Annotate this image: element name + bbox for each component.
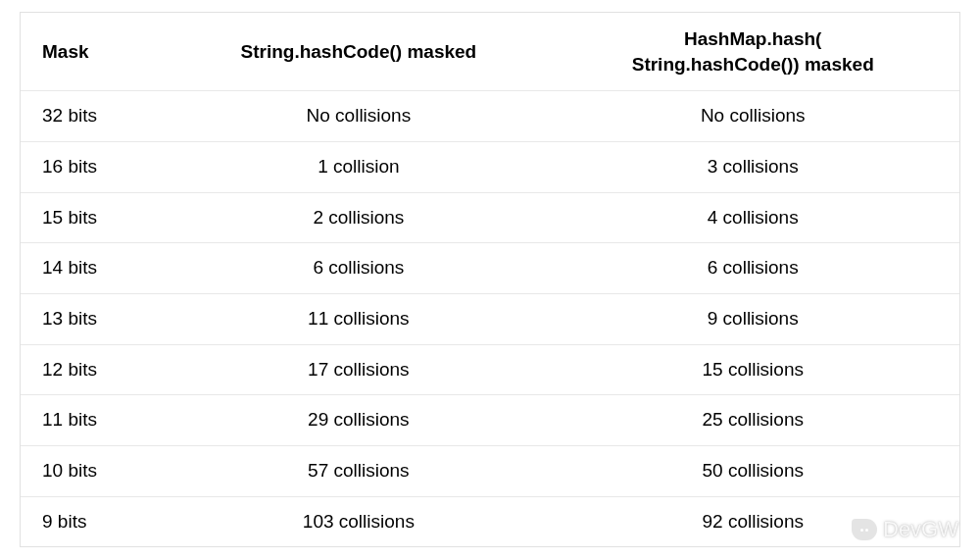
table-body: 32 bitsNo collisionsNo collisions16 bits… xyxy=(21,91,959,547)
collision-table: Mask String.hashCode() masked HashMap.ha… xyxy=(21,13,959,546)
cell-hashmap-hash: 15 collisions xyxy=(546,344,959,395)
table-row: 10 bits57 collisions50 collisions xyxy=(21,446,959,497)
cell-string-hashcode: 29 collisions xyxy=(171,395,546,446)
cell-string-hashcode: 1 collision xyxy=(171,141,546,192)
cell-mask: 14 bits xyxy=(21,243,171,294)
header-hashmap-hash: HashMap.hash( String.hashCode()) masked xyxy=(546,13,959,91)
cell-string-hashcode: 17 collisions xyxy=(171,344,546,395)
cell-mask: 10 bits xyxy=(21,446,171,497)
header-mask: Mask xyxy=(21,13,171,91)
table-row: 9 bits103 collisions92 collisions xyxy=(21,496,959,546)
table-row: 11 bits29 collisions25 collisions xyxy=(21,395,959,446)
cell-mask: 16 bits xyxy=(21,141,171,192)
cell-mask: 9 bits xyxy=(21,496,171,546)
cell-mask: 15 bits xyxy=(21,192,171,243)
cell-mask: 12 bits xyxy=(21,344,171,395)
cell-hashmap-hash: 50 collisions xyxy=(546,446,959,497)
cell-hashmap-hash: 92 collisions xyxy=(546,496,959,546)
table-row: 14 bits6 collisions6 collisions xyxy=(21,243,959,294)
table-row: 32 bitsNo collisionsNo collisions xyxy=(21,91,959,142)
cell-string-hashcode: 2 collisions xyxy=(171,192,546,243)
cell-string-hashcode: 57 collisions xyxy=(171,446,546,497)
table-row: 15 bits2 collisions4 collisions xyxy=(21,192,959,243)
table-row: 16 bits1 collision3 collisions xyxy=(21,141,959,192)
table-row: 12 bits17 collisions15 collisions xyxy=(21,344,959,395)
cell-string-hashcode: 103 collisions xyxy=(171,496,546,546)
cell-mask: 13 bits xyxy=(21,294,171,345)
table-row: 13 bits11 collisions9 collisions xyxy=(21,294,959,345)
cell-string-hashcode: No collisions xyxy=(171,91,546,142)
header-hashmap-line2: String.hashCode()) masked xyxy=(632,54,874,75)
cell-hashmap-hash: No collisions xyxy=(546,91,959,142)
cell-hashmap-hash: 3 collisions xyxy=(546,141,959,192)
cell-string-hashcode: 6 collisions xyxy=(171,243,546,294)
cell-mask: 11 bits xyxy=(21,395,171,446)
header-hashmap-line1: HashMap.hash( xyxy=(684,28,821,49)
collision-table-container: Mask String.hashCode() masked HashMap.ha… xyxy=(20,12,960,547)
cell-hashmap-hash: 4 collisions xyxy=(546,192,959,243)
cell-mask: 32 bits xyxy=(21,91,171,142)
header-string-hashcode: String.hashCode() masked xyxy=(171,13,546,91)
cell-hashmap-hash: 9 collisions xyxy=(546,294,959,345)
cell-hashmap-hash: 6 collisions xyxy=(546,243,959,294)
cell-string-hashcode: 11 collisions xyxy=(171,294,546,345)
cell-hashmap-hash: 25 collisions xyxy=(546,395,959,446)
table-header-row: Mask String.hashCode() masked HashMap.ha… xyxy=(21,13,959,91)
